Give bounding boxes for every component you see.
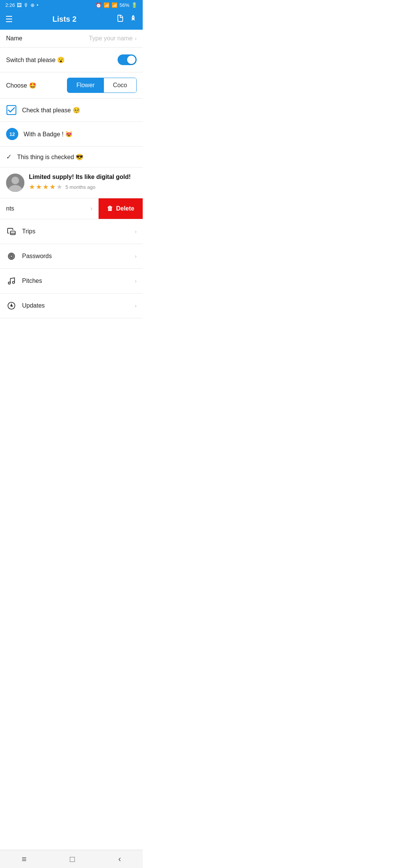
updates-chevron-icon: ›: [135, 303, 137, 309]
switch-label: Switch that please 😮: [6, 56, 65, 64]
pitches-icon: [6, 276, 17, 286]
check-row[interactable]: Check that please 🥺: [0, 99, 143, 122]
review-title: Limited supply! Its like digital gold!: [29, 174, 137, 180]
passwords-icon: [6, 251, 17, 262]
swipe-row: nts › 🗑 Delete: [0, 198, 143, 219]
star-3: ★: [43, 183, 49, 191]
app-header: ☰ Lists 2: [0, 10, 143, 30]
review-row: Limited supply! Its like digital gold! ★…: [0, 168, 143, 198]
badge-label: With a Badge ! 😻: [24, 131, 73, 138]
name-input-area[interactable]: Type your name ›: [89, 35, 137, 42]
segment-option-coco[interactable]: Coco: [104, 78, 136, 93]
mic-icon: 🎙: [24, 2, 29, 8]
wifi-icon: 📶: [104, 2, 110, 8]
name-row[interactable]: Name Type your name ›: [0, 30, 143, 48]
svg-point-8: [8, 282, 11, 284]
check-label: Check that please 🥺: [22, 107, 80, 114]
status-left: 2:26 🖼 🎙 ⊕ •: [5, 2, 38, 8]
avatar: [6, 174, 24, 192]
svg-point-6: [10, 254, 14, 258]
name-label: Name: [6, 35, 22, 42]
stars-row: ★ ★ ★ ★ ★ 5 months ago: [29, 183, 137, 191]
svg-point-9: [13, 281, 15, 284]
badge: 12: [6, 128, 18, 140]
name-placeholder: Type your name: [89, 35, 133, 42]
toggle-switch[interactable]: [118, 54, 137, 65]
main-content: Name Type your name › Switch that please…: [0, 30, 143, 318]
delete-label: Delete: [116, 205, 134, 212]
rocket-icon[interactable]: [129, 14, 137, 24]
nav-item-pitches[interactable]: Pitches ›: [0, 269, 143, 294]
checkmark-icon: ✓: [6, 153, 12, 161]
status-right: ⏰ 📶 📶 56% 🔋: [96, 2, 137, 8]
passwords-label: Passwords: [22, 253, 129, 260]
svg-point-2: [11, 177, 19, 184]
delete-trash-icon: 🗑: [107, 205, 113, 212]
signal-icon: 📶: [112, 2, 118, 8]
trips-chevron-icon: ›: [135, 228, 137, 235]
swipe-chevron-icon: ›: [91, 205, 92, 212]
review-time: 5 months ago: [65, 184, 96, 190]
checked-item-row: ✓ This thing is checked 😎: [0, 147, 143, 168]
page-title: Lists 2: [53, 15, 76, 24]
pitches-chevron-icon: ›: [135, 278, 137, 284]
segment-row: Choose 🤩 Flower Coco: [0, 72, 143, 99]
delete-button[interactable]: 🗑 Delete: [99, 198, 143, 219]
star-1: ★: [29, 183, 35, 191]
star-4: ★: [49, 183, 56, 191]
switch-row: Switch that please 😮: [0, 48, 143, 72]
battery-text: 56%: [119, 2, 129, 8]
trips-label: Trips: [22, 228, 129, 235]
svg-point-11: [11, 305, 12, 306]
checkbox-icon[interactable]: [6, 105, 17, 115]
nav-item-updates[interactable]: Updates ›: [0, 294, 143, 318]
dot-icon: •: [37, 2, 38, 8]
nav-item-passwords[interactable]: Passwords ›: [0, 244, 143, 269]
badge-row: 12 With a Badge ! 😻: [0, 122, 143, 147]
passwords-chevron-icon: ›: [135, 253, 137, 259]
battery-icon: 🔋: [131, 2, 137, 8]
toggle-knob: [127, 56, 135, 64]
star-2: ★: [36, 183, 42, 191]
name-chevron-icon: ›: [135, 35, 137, 41]
svg-rect-4: [10, 231, 15, 235]
segment-option-flower[interactable]: Flower: [67, 78, 104, 93]
menu-button[interactable]: ☰: [5, 14, 13, 24]
photo-icon: 🖼: [17, 2, 22, 8]
segment-control: Flower Coco: [67, 78, 137, 93]
status-time: 2:26: [5, 2, 15, 8]
swipe-label: nts: [6, 205, 14, 212]
avatar-image: [6, 174, 24, 192]
document-icon[interactable]: [116, 14, 124, 24]
svg-point-5: [10, 255, 13, 257]
segment-label: Choose 🤩: [6, 82, 37, 89]
status-bar: 2:26 🖼 🎙 ⊕ • ⏰ 📶 📶 56% 🔋: [0, 0, 143, 10]
checked-item-label: This thing is checked 😎: [17, 153, 83, 161]
nav-item-trips[interactable]: Trips ›: [0, 219, 143, 244]
swipe-content[interactable]: nts ›: [0, 198, 99, 219]
alarm-icon: ⏰: [96, 2, 102, 8]
pitches-label: Pitches: [22, 278, 129, 284]
trips-icon: [6, 226, 17, 237]
nav-icon-status: ⊕: [30, 2, 35, 8]
stars: ★ ★ ★ ★ ★: [29, 183, 62, 191]
review-content: Limited supply! Its like digital gold! ★…: [29, 174, 137, 191]
updates-label: Updates: [22, 302, 129, 309]
updates-icon: [6, 300, 17, 311]
header-actions: [116, 14, 137, 24]
star-5: ★: [56, 183, 62, 191]
